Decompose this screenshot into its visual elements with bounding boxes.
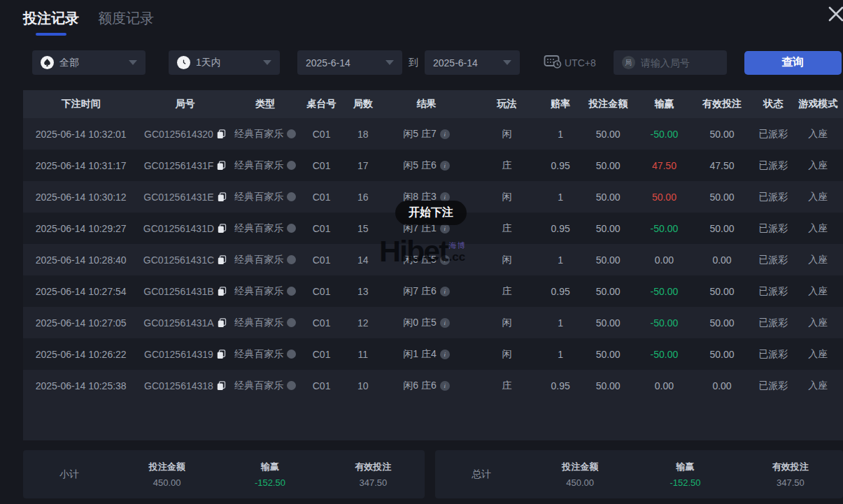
round-number: 13 (343, 286, 382, 297)
play-type: 闲 (471, 254, 543, 266)
tab-betting-records[interactable]: 投注记录 (23, 9, 79, 36)
copy-icon[interactable] (217, 161, 226, 171)
round-icon: 局 (622, 56, 635, 69)
odds: 1 (543, 317, 578, 329)
summary-item-label: 投注金额 (115, 461, 218, 473)
round-id: GC0125614319 (139, 349, 231, 360)
time-range-value: 1天内 (196, 57, 221, 69)
bet-time: 2025-06-14 10:25:38 (23, 380, 139, 391)
bet-time: 2025-06-14 10:26:22 (23, 349, 139, 360)
summary-section: 小计投注金额450.00输赢-152.50有效投注347.50 总计投注金额45… (23, 450, 843, 498)
result-cell: 闲7 庄6i (382, 285, 471, 298)
bet-time: 2025-06-14 10:32:01 (23, 129, 139, 140)
betting-records-table: 下注时间局号类型桌台号局数结果玩法赔率投注金额输赢有效投注状态游戏模式 2025… (23, 90, 843, 440)
table-row: 2025-06-14 10:32:01GC0125614320经典百家乐C011… (23, 118, 843, 150)
timezone-indicator: UTC+8 (544, 54, 596, 71)
odds: 1 (543, 192, 578, 203)
game-mode: 入座 (793, 222, 842, 235)
round-id: GC012561431D (139, 223, 231, 234)
game-type-text: 经典百家乐 (234, 128, 283, 141)
query-button[interactable]: 查询 (744, 51, 842, 75)
table-number: C01 (299, 223, 343, 234)
column-header: 局号 (139, 98, 231, 110)
result-text: 闲5 庄6 (403, 159, 436, 172)
round-number: 15 (343, 223, 382, 234)
valid-bet: 50.00 (690, 286, 753, 297)
column-header: 输赢 (638, 98, 690, 110)
table-row: 2025-06-14 10:25:38GC0125614318经典百家乐C011… (23, 370, 843, 401)
close-icon[interactable] (824, 2, 843, 26)
column-header: 结果 (382, 98, 471, 110)
type-badge-icon (287, 318, 296, 327)
result-cell: 闲5 庄6i (382, 159, 471, 172)
info-icon[interactable]: i (440, 255, 450, 265)
bet-amount: 50.00 (578, 223, 638, 234)
odds: 1 (543, 349, 578, 360)
summary-item-value: 347.50 (738, 477, 843, 488)
info-icon[interactable]: i (440, 161, 450, 171)
column-header: 类型 (232, 98, 299, 110)
game-type-cell: 经典百家乐 (232, 128, 299, 141)
round-number: 12 (343, 317, 382, 329)
info-icon[interactable]: i (440, 318, 450, 328)
type-badge-icon (287, 129, 296, 138)
info-icon[interactable]: i (440, 129, 450, 139)
valid-bet: 50.00 (690, 223, 753, 234)
time-range-select[interactable]: 1天内 (169, 50, 280, 75)
odds: 1 (543, 129, 578, 140)
round-id-text: GC012561431E (143, 192, 213, 203)
type-badge-icon (287, 192, 296, 201)
summary-item-label: 输赢 (632, 461, 737, 473)
result-cell: 闲6 庄6i (382, 380, 471, 392)
summary-item: 有效投注347.50 (738, 461, 843, 488)
info-icon[interactable]: i (440, 350, 450, 359)
win-loss: 47.50 (638, 160, 690, 171)
summary-item-label: 输赢 (218, 461, 321, 473)
summary-item: 输赢-152.50 (218, 461, 321, 488)
status: 已派彩 (753, 222, 793, 235)
result-cell: 闲5 庄5i (382, 254, 471, 266)
copy-icon[interactable] (218, 192, 227, 202)
valid-bet: 0.00 (690, 254, 753, 266)
copy-icon[interactable] (217, 350, 226, 359)
copy-icon[interactable] (218, 287, 227, 296)
summary-item-value: -152.50 (218, 477, 321, 488)
round-id-search-field[interactable]: 局 (614, 50, 727, 75)
game-type-cell: 经典百家乐 (232, 191, 299, 203)
info-icon[interactable]: i (440, 287, 450, 296)
copy-icon[interactable] (217, 381, 226, 391)
game-type-text: 经典百家乐 (234, 222, 283, 235)
copy-icon[interactable] (218, 318, 227, 328)
summary-item-value: 450.00 (527, 477, 632, 488)
date-from-value: 2025-6-14 (306, 57, 350, 69)
copy-icon[interactable] (217, 129, 226, 139)
type-badge-icon (287, 350, 296, 359)
summary-item-value: 347.50 (322, 477, 425, 488)
copy-icon[interactable] (218, 224, 227, 233)
round-id-input[interactable] (641, 57, 718, 69)
chevron-down-icon (503, 60, 511, 65)
date-to-select[interactable]: 2025-6-14 (425, 50, 520, 75)
summary-item-value: 450.00 (115, 477, 218, 488)
win-loss: -50.00 (638, 129, 690, 140)
game-type-cell: 经典百家乐 (232, 317, 299, 329)
chevron-down-icon (385, 60, 394, 65)
status: 已派彩 (753, 380, 793, 392)
game-type-select[interactable]: 全部 (32, 50, 146, 75)
round-id-text: GC0125614318 (144, 380, 213, 391)
round-id: GC012561431C (139, 254, 231, 266)
copy-icon[interactable] (218, 255, 227, 265)
win-loss: 0.00 (638, 380, 690, 391)
valid-bet: 47.50 (690, 160, 753, 171)
info-icon[interactable]: i (440, 381, 450, 391)
game-type-cell: 经典百家乐 (232, 254, 299, 266)
date-from-select[interactable]: 2025-6-14 (297, 50, 402, 75)
summary-item-label: 投注金额 (527, 461, 632, 473)
chevron-down-icon (263, 60, 271, 65)
filter-bar: 全部 1天内 2025-6-14 到 2025-6-14 UTC+8 局 (0, 50, 843, 75)
bet-amount: 50.00 (578, 286, 638, 297)
status: 已派彩 (753, 317, 793, 329)
bet-amount: 50.00 (578, 160, 638, 171)
round-id-text: GC012561431D (143, 223, 214, 234)
tab-quota-records[interactable]: 额度记录 (98, 9, 154, 36)
